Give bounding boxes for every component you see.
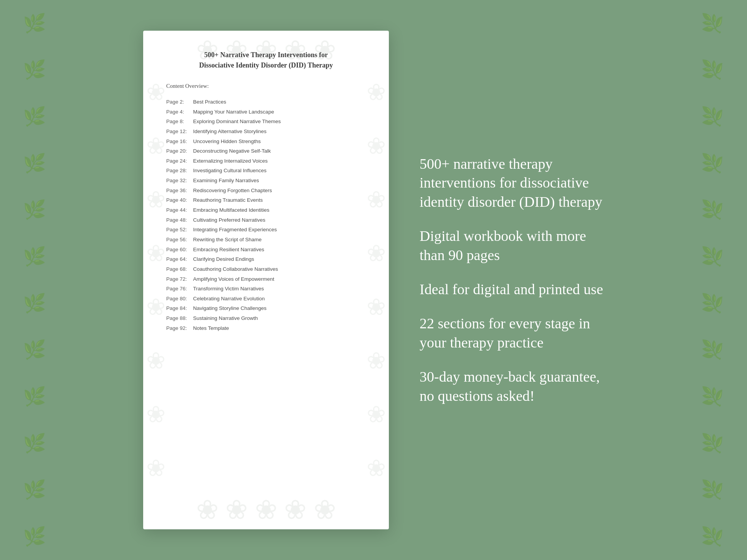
toc-title: Clarifying Desired Endings — [193, 254, 254, 264]
toc-title: Sustaining Narrative Growth — [193, 313, 258, 323]
toc-row: Page 4:Mapping Your Narrative Landscape — [166, 107, 366, 117]
right-floral-border: 🌿 🌿 🌿 🌿 🌿 🌿 🌿 🌿 🌿 🌿 🌿 🌿 — [678, 0, 747, 560]
floral-icon: 🌿 — [23, 481, 46, 499]
toc-page-number: Page 72: — [166, 274, 193, 284]
toc-row: Page 16:Uncovering Hidden Strengths — [166, 137, 366, 147]
toc-page-number: Page 28: — [166, 166, 193, 176]
toc-title: Reauthoring Traumatic Events — [193, 195, 263, 205]
floral-icon: 🌿 — [701, 387, 724, 406]
toc-row: Page 44:Embracing Multifaceted Identitie… — [166, 205, 366, 215]
floral-icon: 🌿 — [701, 107, 724, 126]
toc-page-number: Page 12: — [166, 127, 193, 137]
toc-row: Page 84:Navigating Storyline Challenges — [166, 303, 366, 313]
toc-heading: Content Overview: — [166, 83, 366, 89]
floral-icon: 🌿 — [23, 247, 46, 266]
toc-title: Cultivating Preferred Narratives — [193, 215, 265, 225]
toc-row: Page 20:Deconstructing Negative Self-Tal… — [166, 146, 366, 156]
main-content: ❀ ❀ ❀ ❀ ❀ ❀ ❀ ❀ ❀ ❀ ❀❀❀❀❀❀❀❀ ❀❀❀❀❀❀❀❀ 50… — [66, 31, 681, 529]
toc-title: Notes Template — [193, 323, 229, 333]
floral-icon: 🌿 — [701, 527, 724, 546]
toc-row: Page 60:Embracing Resilient Narratives — [166, 245, 366, 255]
toc-row: Page 48:Cultivating Preferred Narratives — [166, 215, 366, 225]
toc-page-number: Page 20: — [166, 146, 193, 156]
toc-page-number: Page 40: — [166, 195, 193, 205]
toc-row: Page 32:Examining Family Narratives — [166, 176, 366, 186]
document-title: 500+ Narrative Therapy Interventions for… — [166, 50, 366, 71]
toc-page-number: Page 92: — [166, 323, 193, 333]
toc-row: Page 12:Identifying Alternative Storylin… — [166, 127, 366, 137]
toc-title: Embracing Resilient Narratives — [193, 245, 264, 255]
toc-page-number: Page 4: — [166, 107, 193, 117]
toc-row: Page 88:Sustaining Narrative Growth — [166, 313, 366, 323]
toc-page-number: Page 52: — [166, 225, 193, 235]
toc-row: Page 28:Investigating Cultural Influence… — [166, 166, 366, 176]
toc-page-number: Page 80: — [166, 294, 193, 304]
toc-page-number: Page 76: — [166, 284, 193, 294]
floral-icon: 🌿 — [701, 434, 724, 453]
toc-page-number: Page 2: — [166, 97, 193, 107]
floral-icon: 🌿 — [23, 341, 46, 359]
toc-page-number: Page 8: — [166, 117, 193, 127]
toc-row: Page 68:Coauthoring Collaborative Narrat… — [166, 264, 366, 274]
watermark-left: ❀❀❀❀❀❀❀❀ — [146, 79, 165, 482]
toc-page-number: Page 24: — [166, 156, 193, 166]
toc-row: Page 80:Celebrating Narrative Evolution — [166, 294, 366, 304]
toc-page-number: Page 48: — [166, 215, 193, 225]
toc-title: Transforming Victim Narratives — [193, 284, 264, 294]
feature-item-2: Ideal for digital and printed use — [420, 280, 604, 299]
floral-icon: 🌿 — [23, 61, 46, 79]
table-of-contents: Page 2:Best PracticesPage 4:Mapping Your… — [166, 97, 366, 333]
toc-title: Integrating Fragmented Experiences — [193, 225, 277, 235]
toc-page-number: Page 56: — [166, 235, 193, 245]
toc-row: Page 36:Rediscovering Forgotten Chapters — [166, 186, 366, 196]
floral-icon: 🌿 — [701, 14, 724, 33]
feature-item-0: 500+ narrative therapy interventions for… — [420, 155, 604, 211]
floral-icon: 🌿 — [23, 201, 46, 219]
toc-page-number: Page 68: — [166, 264, 193, 274]
toc-row: Page 92:Notes Template — [166, 323, 366, 333]
toc-title: Best Practices — [193, 97, 226, 107]
watermark-right: ❀❀❀❀❀❀❀❀ — [367, 79, 386, 482]
toc-title: Exploring Dominant Narrative Themes — [193, 117, 281, 127]
features-panel: 500+ narrative therapy interventions for… — [420, 155, 604, 405]
toc-page-number: Page 44: — [166, 205, 193, 215]
toc-row: Page 72:Amplifying Voices of Empowerment — [166, 274, 366, 284]
floral-icon: 🌿 — [701, 481, 724, 499]
floral-icon: 🌿 — [23, 434, 46, 453]
toc-title: Embracing Multifaceted Identities — [193, 205, 269, 215]
toc-row: Page 52:Integrating Fragmented Experienc… — [166, 225, 366, 235]
floral-icon: 🌿 — [23, 294, 46, 313]
toc-row: Page 56:Rewriting the Script of Shame — [166, 235, 366, 245]
floral-icon: 🌿 — [701, 154, 724, 173]
toc-row: Page 76:Transforming Victim Narratives — [166, 284, 366, 294]
toc-page-number: Page 32: — [166, 176, 193, 186]
toc-title: Investigating Cultural Influences — [193, 166, 266, 176]
toc-title: Examining Family Narratives — [193, 176, 259, 186]
floral-icon: 🌿 — [23, 527, 46, 546]
feature-item-4: 30-day money-back guarantee, no question… — [420, 367, 604, 405]
feature-item-3: 22 sections for every stage in your ther… — [420, 314, 604, 352]
watermark-bottom: ❀ ❀ ❀ ❀ ❀ — [143, 494, 389, 525]
toc-row: Page 64:Clarifying Desired Endings — [166, 254, 366, 264]
toc-title: Navigating Storyline Challenges — [193, 303, 266, 313]
left-floral-border: 🌿 🌿 🌿 🌿 🌿 🌿 🌿 🌿 🌿 🌿 🌿 🌿 — [0, 0, 69, 560]
toc-row: Page 8:Exploring Dominant Narrative Them… — [166, 117, 366, 127]
document-preview: ❀ ❀ ❀ ❀ ❀ ❀ ❀ ❀ ❀ ❀ ❀❀❀❀❀❀❀❀ ❀❀❀❀❀❀❀❀ 50… — [143, 31, 389, 529]
toc-page-number: Page 88: — [166, 313, 193, 323]
toc-title: Deconstructing Negative Self-Talk — [193, 146, 271, 156]
toc-page-number: Page 36: — [166, 186, 193, 196]
floral-icon: 🌿 — [701, 247, 724, 266]
floral-icon: 🌿 — [701, 294, 724, 313]
toc-title: Identifying Alternative Storylines — [193, 127, 266, 137]
feature-item-1: Digital workbook with more than 90 pages — [420, 227, 604, 265]
toc-title: Mapping Your Narrative Landscape — [193, 107, 274, 117]
floral-icon: 🌿 — [701, 61, 724, 79]
toc-page-number: Page 84: — [166, 303, 193, 313]
toc-title: Amplifying Voices of Empowerment — [193, 274, 274, 284]
floral-icon: 🌿 — [701, 201, 724, 219]
floral-icon: 🌿 — [23, 154, 46, 173]
toc-title: Coauthoring Collaborative Narratives — [193, 264, 278, 274]
floral-icon: 🌿 — [23, 387, 46, 406]
toc-title: Rewriting the Script of Shame — [193, 235, 262, 245]
toc-title: Celebrating Narrative Evolution — [193, 294, 265, 304]
